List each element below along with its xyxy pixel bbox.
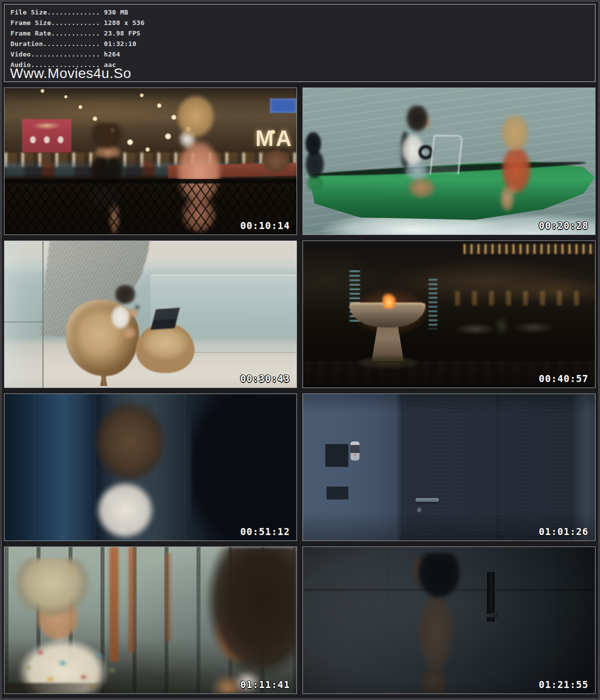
- timestamp-overlay: 00:10:14: [240, 220, 290, 231]
- timestamp-overlay: 00:51:12: [240, 526, 290, 537]
- window-frame-orange: [165, 553, 171, 641]
- man-long-dark-hair: [174, 547, 296, 694]
- flames: [374, 288, 404, 308]
- file-info-row-framerate: Frame Rate............23.98 FPS: [4, 28, 595, 38]
- door-slab: [402, 394, 578, 540]
- info-value: 1280 x 536: [104, 19, 144, 26]
- table-edge: [4, 683, 136, 694]
- timestamp-overlay: 00:30:43: [240, 373, 290, 384]
- info-label: Frame Size............: [10, 19, 100, 26]
- info-value: 01:32:10: [104, 40, 136, 48]
- info-label: Duration..............: [10, 40, 100, 48]
- thumbnail-dark-shower: 01:21:55: [302, 546, 596, 694]
- thumbnail-green-motorboat: 00:20:28: [302, 88, 596, 235]
- gold-lights-band: [464, 244, 595, 254]
- thumbnail-blue-interior-woman: 00:51:12: [4, 394, 297, 541]
- glass-wall: [4, 241, 44, 388]
- file-info-row-filesize: File Size.............930 MB: [4, 4, 595, 18]
- red-banner: [22, 119, 72, 152]
- thumbnail-grid: MA 00:10:14 00:20:28: [4, 88, 596, 694]
- timestamp-overlay: 01:11:41: [240, 679, 290, 690]
- woman-white-blouse: [68, 403, 191, 540]
- sheet-inner: File Size.............930 MB Frame Size.…: [2, 2, 598, 698]
- info-label: File Size.............: [10, 8, 100, 16]
- timestamp-overlay: 01:21:55: [538, 679, 588, 690]
- info-label: Video.................: [10, 50, 100, 58]
- file-info-row-video: Video.................h264: [4, 49, 595, 60]
- thumbnail-night-market-rooftop-bar: MA 00:10:14: [4, 88, 297, 235]
- movie-preview-sheet: File Size.............930 MB Frame Size.…: [0, 0, 600, 700]
- site-watermark: Www.Movies4u.So: [10, 66, 131, 81]
- marquee-sign-text: MA: [256, 126, 294, 151]
- file-info-row-duration: Duration..............01:32:10: [4, 38, 595, 49]
- timestamp-overlay: 01:01:26: [538, 526, 588, 537]
- door-handle: [416, 498, 439, 502]
- door-keyhole: [417, 508, 422, 512]
- windshield: [430, 135, 463, 174]
- wall-keypad: [350, 442, 360, 460]
- info-value: 930 MB: [104, 8, 128, 16]
- timestamp-overlay: 00:20:28: [538, 220, 588, 231]
- info-label: Frame Rate............: [10, 30, 100, 37]
- info-value: 23.98 FPS: [104, 30, 140, 37]
- blue-sign: [270, 98, 296, 113]
- glass-frame-rail: [4, 322, 42, 322]
- file-info-panel: File Size.............930 MB Frame Size.…: [4, 4, 596, 82]
- wall-switch-panel: [325, 444, 348, 468]
- wall-switch-lower: [326, 486, 348, 500]
- timestamp-overlay: 00:40:57: [538, 373, 588, 384]
- file-info-row-framesize: Frame Size............1280 x 536: [4, 18, 595, 28]
- outboard-motor: [302, 132, 330, 190]
- lit-windows: [455, 291, 590, 306]
- foreground-silhouette: [192, 394, 296, 540]
- woman-red-dress: [484, 114, 548, 217]
- thumbnail-dark-door: 01:01:26: [302, 394, 596, 541]
- vignette-overlay: [303, 547, 595, 694]
- thumbnail-fire-fountain-courtyard: 00:40:57: [302, 240, 596, 388]
- thumbnail-two-men-talking: 01:11:41: [4, 546, 297, 694]
- thumbnail-balcony-laptop: 00:30:43: [4, 240, 297, 388]
- seated-woman: [101, 285, 148, 344]
- info-value: h264: [104, 50, 120, 58]
